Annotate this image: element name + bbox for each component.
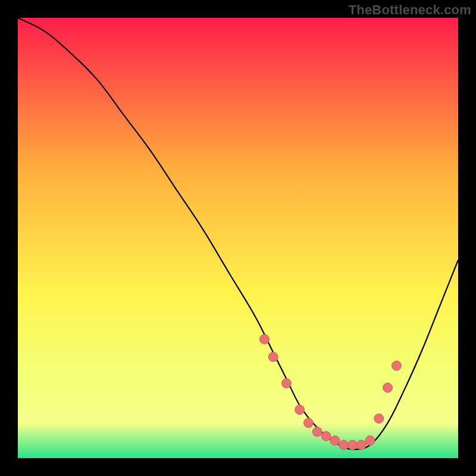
highlight-marker <box>259 334 269 344</box>
gradient-background <box>18 18 458 458</box>
chart-frame: TheBottleneck.com <box>0 0 476 476</box>
highlight-marker <box>365 436 375 445</box>
highlight-marker <box>392 361 401 371</box>
highlight-marker <box>303 418 313 428</box>
highlight-marker <box>330 436 340 445</box>
highlight-marker <box>321 431 331 441</box>
highlight-marker <box>268 352 278 362</box>
watermark-label: TheBottleneck.com <box>349 2 471 18</box>
plot-area <box>18 18 458 458</box>
highlight-marker <box>347 440 357 450</box>
highlight-marker <box>356 440 366 450</box>
chart-svg <box>18 18 458 458</box>
highlight-marker <box>281 378 291 388</box>
highlight-marker <box>374 414 384 423</box>
highlight-marker <box>295 405 305 415</box>
highlight-marker <box>383 383 393 393</box>
highlight-marker <box>339 440 349 450</box>
highlight-marker <box>312 427 322 437</box>
